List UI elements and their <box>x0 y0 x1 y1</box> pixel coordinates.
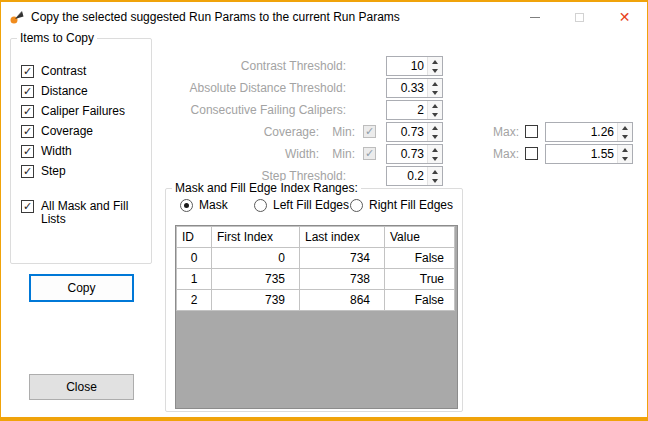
checkbox-icon[interactable]: ✓ <box>21 145 34 158</box>
numeric-updown[interactable]: 0.73 <box>386 144 443 164</box>
run-params-copy-dialog: Copy the selected suggested Run Params t… <box>0 0 648 421</box>
minimize-icon <box>530 17 540 18</box>
spin-down-button[interactable] <box>618 132 632 141</box>
numeric-updown[interactable]: 2 <box>386 100 443 120</box>
up-arrow-icon <box>432 170 438 174</box>
spin-up-button[interactable] <box>618 123 632 132</box>
spin-value[interactable]: 1.55 <box>546 145 617 163</box>
checkbox-icon[interactable]: ✓ <box>21 85 34 98</box>
spin-value[interactable]: 10 <box>387 57 427 75</box>
close-button[interactable]: Close <box>29 374 134 400</box>
checkbox-item-contrast[interactable]: ✓Contrast <box>21 65 145 78</box>
grid-cell[interactable]: 1 <box>177 269 212 290</box>
checkbox-item-coverage[interactable]: ✓Coverage <box>21 125 145 138</box>
spin-buttons <box>617 123 632 141</box>
spin-up-button[interactable] <box>428 145 442 154</box>
mask-fill-group: Mask and Fill Edge Index Ranges: MaskLef… <box>165 188 463 412</box>
grid-cell[interactable]: True <box>385 269 455 290</box>
column-header-first-index[interactable]: First Index <box>212 227 300 248</box>
grid-cell[interactable]: False <box>385 290 455 311</box>
grid-cell[interactable]: 738 <box>300 269 385 290</box>
max-checkbox[interactable] <box>525 147 538 160</box>
grid-row-0[interactable]: 00734False <box>177 248 455 269</box>
grid-cell[interactable]: 2 <box>177 290 212 311</box>
radio-right-fill-edges[interactable]: Right Fill Edges <box>350 197 453 213</box>
checkbox-item-width[interactable]: ✓Width <box>21 145 145 158</box>
numeric-updown[interactable]: 1.55 <box>545 144 633 164</box>
checkbox-icon[interactable]: ✓ <box>21 125 34 138</box>
column-header-id[interactable]: ID <box>177 227 212 248</box>
checkbox-item-distance[interactable]: ✓Distance <box>21 85 145 98</box>
checkbox-label: Width <box>41 145 72 158</box>
index-ranges-grid: IDFirst IndexLast indexValue00734False17… <box>175 225 458 409</box>
param-label: Absolute Distance Threshold: <box>161 81 346 95</box>
grid-cell[interactable]: 739 <box>212 290 300 311</box>
grid-cell[interactable]: 735 <box>212 269 300 290</box>
grid-cell[interactable]: False <box>385 248 455 269</box>
spin-value[interactable]: 0.33 <box>387 79 427 97</box>
up-arrow-icon <box>432 82 438 86</box>
grid-cell[interactable]: 734 <box>300 248 385 269</box>
spin-value[interactable]: 2 <box>387 101 427 119</box>
spin-down-button[interactable] <box>428 176 442 185</box>
checkbox-icon[interactable]: ✓ <box>21 105 34 118</box>
checkbox-item-all-mask-and-fill-lists[interactable]: ✓All Mask and Fill Lists <box>21 200 145 226</box>
items-to-copy-group: Items to Copy ✓Contrast✓Distance✓Caliper… <box>10 38 152 264</box>
close-icon: ✕ <box>619 10 631 24</box>
column-header-last-index[interactable]: Last index <box>300 227 385 248</box>
checkbox-icon[interactable]: ✓ <box>21 65 34 78</box>
numeric-updown[interactable]: 0.73 <box>386 122 443 142</box>
spin-up-button[interactable] <box>428 123 442 132</box>
spin-buttons <box>617 145 632 163</box>
checkbox-icon[interactable]: ✓ <box>21 165 34 178</box>
spin-down-button[interactable] <box>428 110 442 119</box>
spin-value[interactable]: 0.73 <box>387 145 427 163</box>
spin-down-button[interactable] <box>428 88 442 97</box>
checkbox-item-caliper-failures[interactable]: ✓Caliper Failures <box>21 105 145 118</box>
radio-mask[interactable]: Mask <box>180 197 228 213</box>
param-row-coverage: Coverage:Min:✓0.73Max:1.26 <box>161 122 641 142</box>
spin-up-button[interactable] <box>428 79 442 88</box>
index-ranges-table: IDFirst IndexLast indexValue00734False17… <box>176 226 455 311</box>
numeric-updown[interactable]: 0.33 <box>386 78 443 98</box>
radio-row: MaskLeft Fill EdgesRight Fill Edges <box>166 197 462 213</box>
copy-button[interactable]: Copy <box>29 274 134 302</box>
check-icon: ✓ <box>23 86 32 97</box>
grid-cell[interactable]: 0 <box>212 248 300 269</box>
radio-label: Mask <box>199 198 228 212</box>
grid-cell[interactable]: 0 <box>177 248 212 269</box>
close-window-button[interactable]: ✕ <box>602 2 647 32</box>
numeric-updown[interactable]: 0.2 <box>386 166 443 186</box>
checkbox-item-step[interactable]: ✓Step <box>21 165 145 178</box>
grid-cell[interactable]: 864 <box>300 290 385 311</box>
grid-row-2[interactable]: 2739864False <box>177 290 455 311</box>
spin-down-button[interactable] <box>618 154 632 163</box>
numeric-updown[interactable]: 10 <box>386 56 443 76</box>
param-row-consecutive-failing-calipers: Consecutive Failing Calipers:2 <box>161 100 641 120</box>
column-header-value[interactable]: Value <box>385 227 455 248</box>
max-checkbox[interactable] <box>525 125 538 138</box>
numeric-updown[interactable]: 1.26 <box>545 122 633 142</box>
spin-value[interactable]: 0.2 <box>387 167 427 185</box>
spin-down-button[interactable] <box>428 132 442 141</box>
spin-value[interactable]: 0.73 <box>387 123 427 141</box>
min-label: Min: <box>321 125 355 139</box>
radio-label: Right Fill Edges <box>369 198 453 212</box>
spin-up-button[interactable] <box>428 101 442 110</box>
checkbox-label: Coverage <box>41 125 93 138</box>
checkbox-label: Caliper Failures <box>41 105 125 118</box>
minimize-button[interactable] <box>512 2 557 32</box>
spin-up-button[interactable] <box>618 145 632 154</box>
checkbox-icon[interactable]: ✓ <box>21 200 34 213</box>
spin-buttons <box>427 167 442 185</box>
spin-down-button[interactable] <box>428 154 442 163</box>
mask-fill-legend: Mask and Fill Edge Index Ranges: <box>172 181 361 195</box>
spin-value[interactable]: 1.26 <box>546 123 617 141</box>
spin-down-button[interactable] <box>428 66 442 75</box>
spin-up-button[interactable] <box>428 57 442 66</box>
grid-row-1[interactable]: 1735738True <box>177 269 455 290</box>
param-label: Contrast Threshold: <box>161 59 346 73</box>
spin-up-button[interactable] <box>428 167 442 176</box>
radio-left-fill-edges[interactable]: Left Fill Edges <box>254 197 349 213</box>
radio-icon <box>254 199 267 212</box>
